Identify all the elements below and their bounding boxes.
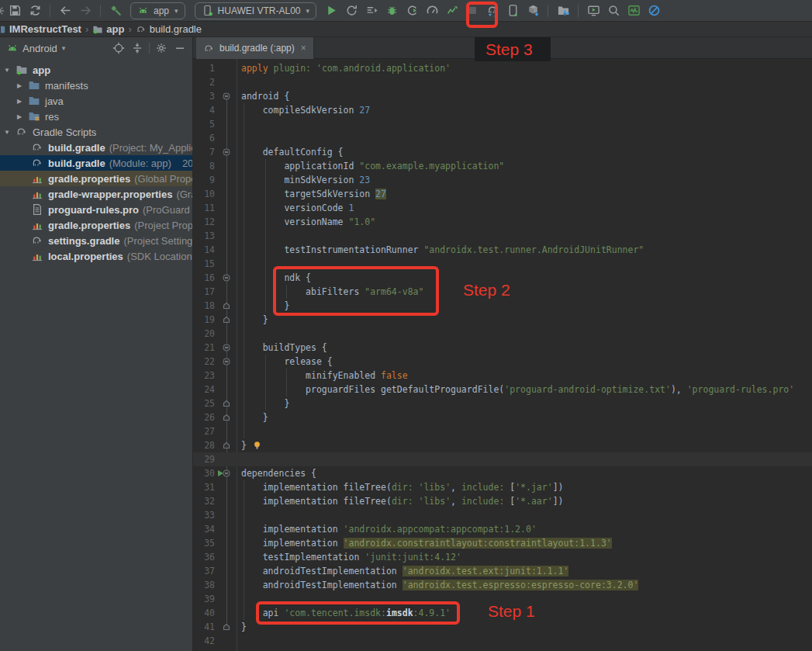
code-line-4[interactable]: compileSdkVersion 27 <box>241 103 370 117</box>
fold-end-icon[interactable] <box>223 414 230 421</box>
device-manager-icon[interactable] <box>503 0 523 22</box>
fold-collapse-icon[interactable] <box>223 92 230 100</box>
fold-collapse-icon[interactable] <box>223 469 230 477</box>
code-line-19[interactable]: } <box>241 313 268 327</box>
code-line-18[interactable]: } <box>241 299 289 313</box>
target-device-combo[interactable]: HUAWEI VTR-AL00▾ <box>195 2 316 19</box>
code-line-25[interactable]: } <box>241 396 289 410</box>
tree-item-proguard-rules-pro[interactable]: proguard-rules.pro(ProGuard <box>0 202 192 217</box>
code-line-32[interactable]: implementation fileTree(dir: 'libs', inc… <box>241 494 564 508</box>
code-line-37[interactable]: androidTestImplementation 'androidx.test… <box>241 564 568 578</box>
tree-item-gradle-properties[interactable]: gradle.properties(Global Prope <box>0 171 192 186</box>
chevron-right-icon[interactable]: ▶ <box>16 98 23 105</box>
run-configuration-combo[interactable]: app▾ <box>130 2 185 19</box>
fold-collapse-icon[interactable] <box>223 274 230 282</box>
collapse-all-icon[interactable] <box>128 39 147 57</box>
chevron-right-icon[interactable]: ▶ <box>16 82 23 89</box>
code-line-31[interactable]: implementation fileTree(dir: 'libs', inc… <box>241 480 564 494</box>
code-line-8[interactable]: applicationId "com.example.myapplication… <box>241 159 504 173</box>
project-view-selector[interactable]: Android ▾ <box>6 42 65 54</box>
breadcrumb-item-app[interactable]: app <box>92 23 124 35</box>
tree-item-app[interactable]: ▼app <box>0 62 192 78</box>
gradle-sync-icon[interactable] <box>482 0 503 22</box>
tree-item-build-gradle[interactable]: build.gradle(Module: app)202 <box>0 155 192 171</box>
code-token: 'junit:junit:4.12' <box>365 552 461 563</box>
code-line-17[interactable]: abiFilters "arm64-v8a" <box>241 285 423 299</box>
code-line-38[interactable]: androidTestImplementation 'androidx.test… <box>241 578 638 592</box>
gradle-icon <box>16 126 28 138</box>
code-line-10[interactable]: targetSdkVersion 27 <box>241 187 386 201</box>
code-line-26[interactable]: } <box>241 410 268 424</box>
code-line-34[interactable]: implementation 'androidx.appcompat:appco… <box>241 522 537 536</box>
code-editor[interactable]: 1apply plugin: 'com.android.application'… <box>193 59 812 651</box>
fold-end-icon[interactable] <box>223 442 230 449</box>
tree-item-gradle-wrapper-properties[interactable]: gradle-wrapper.properties(Gra <box>0 186 192 202</box>
project-structure-icon[interactable] <box>553 0 573 22</box>
attach-debugger-icon[interactable] <box>402 0 422 22</box>
sync-refresh-icon[interactable] <box>25 0 45 22</box>
code-line-1[interactable]: apply plugin: 'com.android.application' <box>241 61 451 75</box>
tree-item-gradle-properties[interactable]: gradle.properties(Project Prop <box>0 217 192 233</box>
fold-collapse-icon[interactable] <box>223 344 230 351</box>
apply-changes-icon[interactable] <box>341 0 361 22</box>
code-line-12[interactable]: versionName "1.0" <box>241 215 375 229</box>
code-line-23[interactable]: minifyEnabled false <box>241 369 408 383</box>
build-hammer-icon[interactable] <box>105 0 126 22</box>
locate-target-icon[interactable] <box>109 39 128 57</box>
tree-item-res[interactable]: ▶res <box>0 109 192 124</box>
code-line-3[interactable]: android { <box>241 89 289 103</box>
chevron-down-icon[interactable]: ▼ <box>3 67 11 74</box>
code-line-21[interactable]: buildTypes { <box>241 341 327 355</box>
fold-end-icon[interactable] <box>223 623 230 631</box>
breadcrumb-item-build-gradle[interactable]: build.gradle <box>136 23 202 35</box>
code-line-35[interactable]: implementation 'androidx.constraintlayou… <box>241 536 612 550</box>
profile-low-overhead-icon[interactable] <box>442 0 462 22</box>
sdk-manager-icon[interactable] <box>523 0 543 22</box>
tab-build-gradle-app[interactable]: build.gradle (:app) × <box>196 37 314 59</box>
stop-icon[interactable] <box>462 0 482 22</box>
chevron-right-icon[interactable]: ▶ <box>16 113 23 120</box>
code-token: 'proguard-android-optimize.txt' <box>504 384 671 395</box>
code-line-14[interactable]: testInstrumentationRunner "androidx.test… <box>241 243 644 257</box>
tree-item-local-properties[interactable]: local.properties(SDK Location) <box>0 248 192 264</box>
profiler-icon[interactable] <box>422 0 442 22</box>
code-line-36[interactable]: testImplementation 'junit:junit:4.12' <box>241 550 461 564</box>
close-icon[interactable]: × <box>301 43 306 54</box>
tree-item-gradle-scripts[interactable]: ▼Gradle Scripts <box>0 124 192 140</box>
chevron-down-icon[interactable]: ▼ <box>3 129 11 136</box>
run-icon[interactable] <box>321 0 341 22</box>
code-line-30[interactable]: dependencies { <box>241 466 316 480</box>
breadcrumb-item-imrestructtest[interactable]: IMRestructTest <box>0 23 81 35</box>
back-arrow-icon[interactable] <box>55 0 75 22</box>
tree-item-java[interactable]: ▶java <box>0 93 192 109</box>
code-line-9[interactable]: minSdkVersion 23 <box>241 173 370 187</box>
code-line-11[interactable]: versionCode 1 <box>241 201 354 215</box>
tree-item-manifests[interactable]: ▶manifests <box>0 78 192 93</box>
code-line-7[interactable]: defaultConfig { <box>241 145 344 159</box>
save-all-icon[interactable] <box>5 0 25 22</box>
settings-gear-icon[interactable] <box>152 39 171 57</box>
code-line-41[interactable]: } <box>241 620 247 634</box>
debug-icon[interactable] <box>382 0 402 22</box>
code-line-22[interactable]: release { <box>241 355 333 369</box>
search-everywhere-icon[interactable] <box>603 0 624 22</box>
fold-collapse-icon[interactable] <box>223 148 230 156</box>
fold-end-icon[interactable] <box>223 302 230 310</box>
layout-inspector-icon[interactable] <box>624 0 644 22</box>
fold-end-icon[interactable] <box>223 316 230 324</box>
apply-code-changes-icon[interactable] <box>361 0 382 22</box>
profiler-disabled-icon[interactable] <box>644 0 664 22</box>
code-token: minifyEnabled <box>241 370 381 381</box>
fold-end-icon[interactable] <box>223 400 230 407</box>
tree-item-settings-gradle[interactable]: settings.gradle(Project Setting <box>0 233 192 248</box>
code-line-28[interactable]: } <box>241 438 262 452</box>
code-line-40[interactable]: api 'com.tencent.imsdk:imsdk:4.9.1' <box>241 606 451 620</box>
fold-collapse-icon[interactable] <box>223 358 230 365</box>
code-line-16[interactable]: ndk { <box>241 271 311 285</box>
monitor-play-icon[interactable] <box>583 0 603 22</box>
intention-bulb-icon[interactable] <box>252 440 262 450</box>
tree-item-build-gradle[interactable]: build.gradle(Project: My_Applic <box>0 140 192 155</box>
code-line-24[interactable]: proguardFiles getDefaultProguardFile('pr… <box>241 383 794 396</box>
hide-panel-icon[interactable] <box>171 39 189 57</box>
forward-arrow-icon[interactable] <box>75 0 95 22</box>
